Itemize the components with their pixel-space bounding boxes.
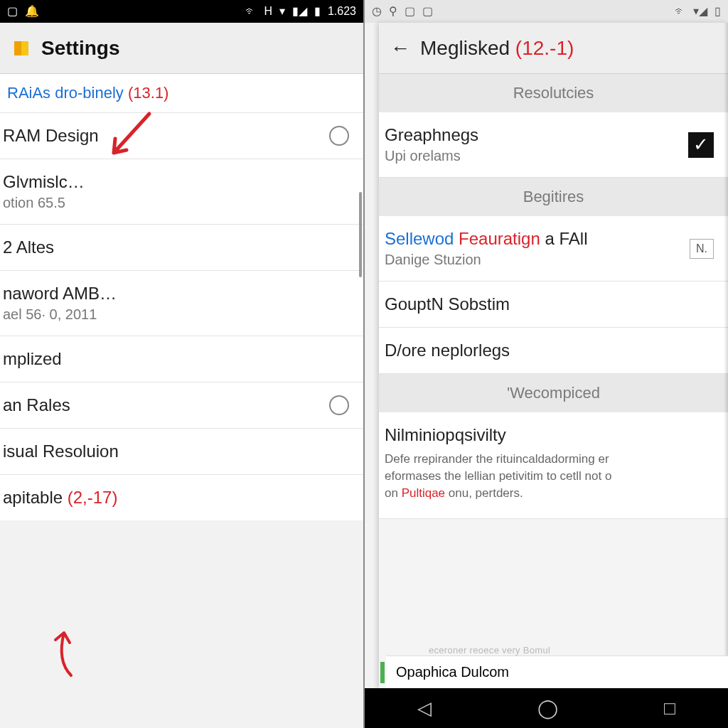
list-item[interactable]: Greaphnegs Upi orelams ✓: [379, 112, 728, 178]
left-screenshot: ▢ 🔔 ᯤ H ▾ ▮◢ ▮ 1.623 Settings RAiAs dro-: [0, 0, 365, 728]
back-icon[interactable]: ←: [390, 38, 410, 58]
small-button[interactable]: N.: [690, 239, 714, 259]
svg-rect-1: [14, 41, 21, 55]
signal-icon: ▾◢: [693, 6, 707, 17]
list-item[interactable]: D/ore neplorlegs: [379, 328, 728, 374]
list-item[interactable]: GouptN Sobstim: [379, 282, 728, 328]
android-navbar: ◁ ◯ □: [365, 688, 728, 728]
picture-icon: ▢: [7, 6, 18, 17]
right-screenshot: ◷ ⚲ ▢ ▢ ᯤ ▾◢ ▯ ← Meglisked (12.-1) Resol…: [365, 0, 728, 728]
list-item[interactable]: 2 Altes: [0, 225, 363, 271]
sync-icon: ◷: [372, 6, 382, 17]
recent-nav-icon[interactable]: □: [664, 697, 675, 719]
highlight-bar: [380, 662, 385, 683]
annotation-arrow-icon: [43, 626, 92, 685]
check-icon[interactable]: ✓: [688, 132, 714, 158]
data-icon: H: [264, 6, 272, 17]
status-clock: 1.623: [328, 6, 356, 17]
app-icon: [11, 38, 31, 58]
item-annotation: (2,-17): [68, 488, 118, 507]
section-header: Begitires: [379, 178, 728, 216]
battery-icon: ▯: [714, 6, 721, 17]
status-bar-left: ▢ 🔔 ᯤ H ▾ ▮◢ ▮ 1.623: [0, 0, 363, 23]
link-row[interactable]: RAiAs dro-binely (13.1): [0, 74, 363, 113]
key-icon: ⚲: [389, 6, 397, 17]
scroll-shadow: [724, 23, 728, 688]
section-header: Resolutcies: [379, 74, 728, 112]
page-title: Settings: [41, 37, 119, 60]
radio-icon[interactable]: [329, 395, 349, 415]
section-header: 'Wecompiced: [379, 374, 728, 412]
signal-icon: ▮◢: [292, 6, 307, 17]
bottom-caption: eceroner reoece very Bomul: [429, 645, 550, 655]
wifi-icon: ᯤ: [245, 6, 257, 17]
battery-icon: ▮: [314, 6, 321, 17]
page-title: Meglisked: [420, 37, 510, 59]
wifi-full-icon: ▾: [279, 6, 285, 17]
titlebar-left: Settings: [0, 23, 363, 74]
back-nav-icon[interactable]: ◁: [417, 697, 432, 719]
picture-icon: ▢: [422, 6, 433, 17]
list-item[interactable]: Glvmislc… otion 65.5: [0, 159, 363, 225]
bell-icon: 🔔: [25, 6, 39, 17]
list-item[interactable]: RAM Design: [0, 113, 363, 159]
list-item[interactable]: mplized: [0, 336, 363, 382]
list-item[interactable]: isual Resoluion: [0, 429, 363, 475]
list-item[interactable]: naword AMB… ael 56· 0, 2011: [0, 271, 363, 336]
title-annotation: (12.-1): [515, 37, 574, 59]
scrollbar[interactable]: [359, 192, 362, 277]
list-item[interactable]: an Rales: [0, 382, 363, 429]
settings-list: RAM Design Glvmislc… otion 65.5 2 Altes …: [0, 113, 363, 520]
home-nav-icon[interactable]: ◯: [537, 697, 558, 719]
radio-icon[interactable]: [329, 126, 349, 146]
wifi-icon: ᯤ: [675, 6, 686, 17]
link-text[interactable]: RAiAs dro-binely: [7, 84, 124, 102]
list-item[interactable]: Nilminiopqsivilty Defe rrepirander the r…: [379, 412, 728, 519]
titlebar-right: ← Meglisked (12.-1): [379, 23, 728, 74]
bottom-row[interactable]: Opaphica Dulcom: [386, 655, 728, 688]
list-item[interactable]: apitable (2,-17): [0, 475, 363, 520]
status-bar-right: ◷ ⚲ ▢ ▢ ᯤ ▾◢ ▯: [365, 0, 728, 23]
picture-icon: ▢: [405, 6, 415, 17]
list-item[interactable]: Sellewod Feauratign a FAll Danige Stuzio…: [379, 216, 728, 282]
link-annotation: (13.1): [128, 84, 168, 102]
